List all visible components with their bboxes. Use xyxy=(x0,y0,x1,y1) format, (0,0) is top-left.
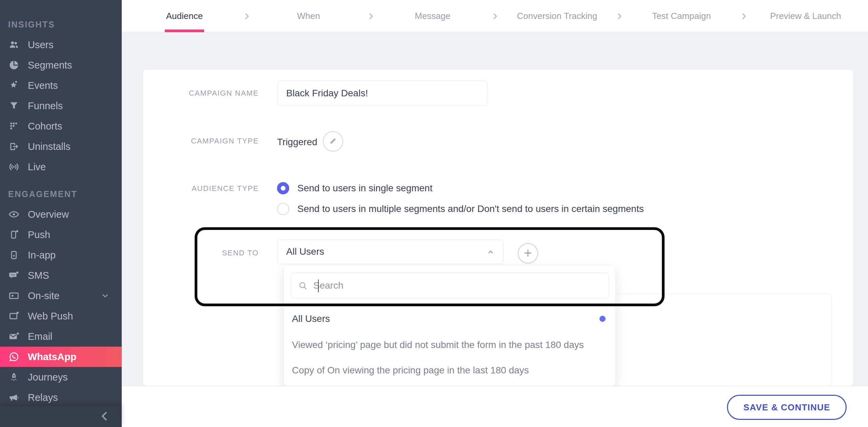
uninstall-icon xyxy=(8,141,20,152)
sidebar-item-label: In-app xyxy=(28,250,56,261)
dropdown-item-all-users[interactable]: All Users xyxy=(292,312,330,326)
sidebar-item-label: Uninstalls xyxy=(28,141,71,152)
sidebar-item-label: Overview xyxy=(28,209,69,220)
chevron-right-icon xyxy=(615,12,624,21)
segment-dropdown: All Users Viewed ‘pricing’ page but did … xyxy=(283,265,616,386)
send-to-selected-value: All Users xyxy=(286,240,324,264)
sidebar-item-funnels[interactable]: Funnels xyxy=(0,96,122,116)
add-segment-button[interactable] xyxy=(518,243,538,264)
segment-info-card xyxy=(614,294,831,386)
sidebar-footer xyxy=(0,405,122,427)
dropdown-item-copy-of-pricing[interactable]: Copy of On viewing the pricing page in t… xyxy=(292,364,529,377)
sidebar-item-label: Relays xyxy=(28,392,58,403)
sidebar-item-label: Users xyxy=(28,39,54,51)
sidebar-item-label: Journeys xyxy=(28,372,68,383)
sidebar-item-live[interactable]: Live xyxy=(0,157,122,177)
step-conversion-tracking[interactable]: Conversion Tracking xyxy=(496,0,618,32)
plus-icon xyxy=(522,247,534,260)
sidebar-item-journeys[interactable]: Journeys xyxy=(0,367,122,387)
step-audience[interactable]: Audience xyxy=(123,0,245,32)
chevron-right-icon xyxy=(740,12,748,21)
audience-type-label: AUDIENCE TYPE xyxy=(147,184,259,193)
email-icon xyxy=(8,331,20,342)
sidebar-item-segments[interactable]: Segments xyxy=(0,55,122,75)
active-step-underline xyxy=(165,30,204,32)
sidebar-item-label: SMS xyxy=(28,270,49,281)
chevron-right-icon xyxy=(367,12,375,21)
sidebar-item-label: Push xyxy=(28,229,50,240)
radio-multiple-segments[interactable] xyxy=(277,203,289,215)
megaphone-icon xyxy=(8,392,20,403)
search-icon xyxy=(298,280,308,291)
step-message[interactable]: Message xyxy=(372,0,494,32)
chevron-right-icon xyxy=(243,12,251,21)
sidebar-item-sms[interactable]: SMS xyxy=(0,265,122,286)
campaign-type-value: Triggered xyxy=(277,135,317,149)
chevron-left-icon[interactable] xyxy=(99,410,111,422)
push-icon xyxy=(8,229,20,240)
sidebar-section-engagement: ENGAGEMENT xyxy=(0,184,122,204)
sidebar-item-events[interactable]: Events xyxy=(0,75,122,96)
footer-bar: SAVE & CONTINUE xyxy=(122,386,868,427)
dropdown-item-viewed-pricing[interactable]: Viewed ‘pricing’ page but did not submit… xyxy=(292,338,584,352)
sidebar-item-uninstalls[interactable]: Uninstalls xyxy=(0,136,122,157)
web-push-icon xyxy=(8,310,20,322)
text-cursor xyxy=(318,279,319,292)
segments-icon xyxy=(8,59,20,71)
sidebar-item-label: On-site xyxy=(28,290,59,302)
eye-icon xyxy=(8,209,20,220)
send-to-select[interactable]: All Users xyxy=(277,239,504,264)
sidebar-item-overview[interactable]: Overview xyxy=(0,204,122,225)
events-icon xyxy=(8,80,20,91)
radio-single-segment-label[interactable]: Send to users in single segment xyxy=(297,181,432,195)
sidebar-item-label: Email xyxy=(28,331,53,342)
users-icon xyxy=(8,39,20,51)
selected-item-dot xyxy=(599,316,606,322)
sidebar-item-label: WhatsApp xyxy=(28,351,76,363)
sidebar: INSIGHTS Users Segments Events Funnels C… xyxy=(0,0,122,427)
sidebar-item-whatsapp[interactable]: WhatsApp xyxy=(0,347,122,367)
sidebar-item-web-push[interactable]: Web Push xyxy=(0,306,122,326)
rocket-icon xyxy=(8,371,20,383)
app-root: INSIGHTS Users Segments Events Funnels C… xyxy=(0,0,868,427)
sidebar-item-label: Segments xyxy=(28,60,72,71)
sms-icon xyxy=(8,270,20,281)
in-app-icon xyxy=(8,249,20,261)
sidebar-item-label: Web Push xyxy=(28,311,73,322)
cohorts-icon xyxy=(8,120,20,132)
chevron-right-icon xyxy=(491,12,499,21)
campaign-name-label: CAMPAIGN NAME xyxy=(147,89,259,98)
sidebar-section-insights: INSIGHTS xyxy=(0,14,122,35)
edit-campaign-type-button[interactable] xyxy=(323,131,343,152)
sidebar-item-label: Live xyxy=(28,161,46,173)
radio-multiple-segments-label[interactable]: Send to users in multiple segments and/o… xyxy=(297,202,644,216)
step-test-campaign[interactable]: Test Campaign xyxy=(620,0,743,32)
sidebar-item-push[interactable]: Push xyxy=(0,225,122,245)
campaign-name-input[interactable] xyxy=(277,81,488,106)
segment-search-box[interactable] xyxy=(291,273,609,298)
chevron-down-icon[interactable] xyxy=(101,291,110,300)
send-to-label: SEND TO xyxy=(147,249,259,257)
sidebar-item-label: Funnels xyxy=(28,100,63,112)
sidebar-item-on-site[interactable]: On-site xyxy=(0,286,122,306)
sidebar-item-label: Cohorts xyxy=(28,121,62,132)
sidebar-item-email[interactable]: Email xyxy=(0,326,122,347)
pencil-icon xyxy=(327,135,339,148)
stepper-bar: Audience When Message Conversion Trackin… xyxy=(122,0,868,32)
step-preview-launch[interactable]: Preview & Launch xyxy=(745,0,867,32)
sidebar-item-users[interactable]: Users xyxy=(0,35,122,55)
save-continue-button[interactable]: SAVE & CONTINUE xyxy=(727,395,847,420)
step-when[interactable]: When xyxy=(248,0,370,32)
sidebar-item-in-app[interactable]: In-app xyxy=(0,245,122,265)
radio-single-segment[interactable] xyxy=(277,182,289,194)
chevron-up-icon xyxy=(486,248,495,256)
campaign-type-label: CAMPAIGN TYPE xyxy=(147,137,259,145)
live-icon xyxy=(8,161,20,173)
sidebar-item-cohorts[interactable]: Cohorts xyxy=(0,116,122,136)
funnel-icon xyxy=(8,100,20,112)
segment-search-input[interactable] xyxy=(313,275,609,296)
on-site-icon xyxy=(8,290,20,302)
sidebar-item-relays[interactable]: Relays xyxy=(0,387,122,408)
sidebar-item-label: Events xyxy=(28,80,58,91)
whatsapp-icon xyxy=(8,351,20,363)
